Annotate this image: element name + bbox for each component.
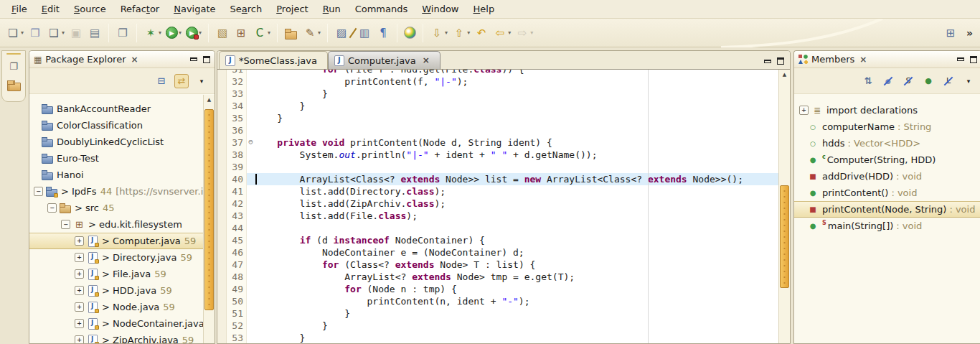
tree-item-hdd-java[interactable]: +> HDD.java59 [29,282,203,299]
code-line-35[interactable]: 35 } [217,112,778,124]
show-whitespace-button[interactable]: ¶ [374,23,392,43]
tree-item-ziparchiv-java[interactable]: +> ZipArchiv.java59 [29,332,203,343]
view-menu-button[interactable]: ▾ [961,74,976,88]
next-annotation-button[interactable]: ⇩▾ [428,23,449,43]
code-line-52[interactable]: 52 } [217,320,778,332]
maximize-view-button[interactable] [203,56,210,63]
package-explorer-scrollbar[interactable]: ▲ [203,95,215,343]
tree-item-doublylinkedcycliclist[interactable]: DoublyLinkedCyclicList [29,134,203,150]
menu-run[interactable]: Run [316,1,348,17]
menu-source[interactable]: Source [67,1,113,17]
menu-edit[interactable]: Edit [34,1,67,17]
collapse-minus-icon[interactable]: − [61,220,70,229]
code-line-32[interactable]: 32 printContent(f, "|-"); [217,75,778,88]
code-line-51[interactable]: 51 } [217,307,778,320]
member-item-printcontent[interactable]: ●printContent(): void [794,185,980,201]
tree-item-directory-java[interactable]: +> Directory.java59 [29,249,203,266]
collapse-all-button[interactable]: ⊟ [154,74,169,88]
expand-plus-icon[interactable]: + [75,302,84,312]
search-pencil-button[interactable]: ✎▾ [301,23,322,43]
show-selected-element-button[interactable]: ▨ [333,23,350,43]
member-item-hdds[interactable]: ○hdds: Vector<HDD> [794,135,980,152]
expand-plus-icon[interactable]: + [75,286,84,295]
tree-item-node-java[interactable]: +> Node.java59 [29,299,203,315]
new-class-button[interactable]: C▾ [251,23,272,43]
scroll-up-icon[interactable]: ▲ [779,70,790,80]
mark-occurrences-button[interactable] [352,23,354,43]
code-line-45[interactable]: 45 if (d instanceof NodeContainer) { [217,234,778,246]
link-with-editor-button[interactable]: ⇄ [174,74,189,88]
expand-plus-icon[interactable]: + [799,106,809,115]
code-line-53[interactable]: 53 } [217,332,778,343]
tree-item-edu-kit-filesystem[interactable]: −> edu.kit.filesystem [29,216,203,233]
code-line-38[interactable]: 38 System.out.println("|-" + ident + " "… [217,149,778,161]
menu-project[interactable]: Project [269,1,316,17]
code-line-46[interactable]: 46 NodeContainer e = (NodeContainer) d; [217,246,778,259]
tree-item-nodecontainer-java[interactable]: +> NodeContainer.java59 [29,315,203,332]
code-line-49[interactable]: 49 for (Node n : tmp) { [217,283,778,295]
editor-tab-someclass-java[interactable]: *SomeClass.java [219,51,328,69]
menu-commands[interactable]: Commands [348,1,415,17]
expand-plus-icon[interactable]: + [75,253,84,262]
run-external-tools-button[interactable]: ▶▾ [184,23,203,43]
scrollbar-thumb[interactable] [204,109,214,310]
tree-item-computer-java[interactable]: +> Computer.java59 [29,233,203,249]
code-line-48[interactable]: 48 ArrayList<? extends Node> tmp = e.get… [217,271,778,283]
menu-help[interactable]: Help [466,1,502,17]
code-line-43[interactable]: 43 list.add(File.class); [217,210,778,222]
expand-plus-icon[interactable]: + [75,269,84,279]
expand-plus-icon[interactable]: + [75,319,84,328]
member-item-computer-string-hdd[interactable]: ●cComputer(String, HDD) [794,152,980,168]
new-window-button[interactable]: ❒ [27,23,44,43]
member-item-main-string[interactable]: ●Smain(String[]): void [794,218,980,234]
code-line-44[interactable]: 44 [217,222,778,234]
editor-minimize-button[interactable] [764,60,771,63]
code-line-34[interactable]: 34 } [217,100,778,112]
toolbar-overflow-chevron[interactable]: » [966,27,973,39]
minimize-view-button[interactable] [957,57,964,61]
last-edit-location-button[interactable]: ↶ [473,23,490,43]
hide-static-members-button[interactable]: S [901,74,915,88]
tree-item-bankaccountreader[interactable]: BankAccountReader [29,101,203,117]
new-wizard-button[interactable]: ❏▾ [4,23,25,43]
debug-button[interactable]: ✶▾ [142,23,163,43]
open-folder-fastview-button[interactable] [6,78,21,92]
previous-annotation-button[interactable]: ⇧▾ [451,23,471,43]
restore-views-button[interactable]: ❐ [6,59,21,73]
back-button[interactable]: ⇦▾ [491,23,512,43]
maximize-view-button[interactable] [970,56,977,63]
code-line-50[interactable]: 50 printContent(n, ident + "-"); [217,295,778,307]
tree-item-src[interactable]: −> src45 [29,200,203,216]
editor-maximize-button[interactable] [777,57,784,65]
code-line-37[interactable]: 37⊖ private void printContent(Node d, St… [217,136,778,149]
menu-search[interactable]: Search [223,1,270,17]
import-wizard-button[interactable]: ▧ [214,23,231,43]
code-line-33[interactable]: 33 } [217,88,778,100]
scroll-up-icon[interactable]: ▲ [204,95,215,105]
hide-local-types-button[interactable]: L [941,74,956,88]
scrollbar-thumb[interactable] [780,185,789,288]
member-item-adddrive-hdd[interactable]: ■addDrive(HDD): void [794,168,980,185]
menu-navigate[interactable]: Navigate [166,1,222,17]
new-file-button[interactable]: ❑▾ [45,23,66,43]
collapse-minus-icon[interactable]: − [47,203,57,213]
code-line-42[interactable]: 42 list.add(ZipArchiv.class); [217,197,778,210]
fold-collapse-icon[interactable]: ⊖ [246,136,255,149]
member-item-printcontent-node-string[interactable]: ■printContent(Node, String): void [794,201,980,218]
expand-plus-icon[interactable]: + [75,335,84,343]
tree-item-hanoi[interactable]: Hanoi [29,167,203,183]
tree-item-euro-test[interactable]: Euro-Test [29,150,203,167]
hide-non-public-button[interactable]: ● [921,74,936,88]
member-item-import-declarations[interactable]: +≣import declarations [794,102,980,118]
copy-resource-button[interactable]: ❐ [114,23,131,43]
open-perspective-button[interactable]: ⊞ [942,23,959,43]
color-wheel-button[interactable] [402,23,418,43]
code-line-40[interactable]: 40 ArrayList<Class<? extends Node>> list… [217,173,778,185]
menu-refactor[interactable]: Refactor [113,1,167,17]
print-button[interactable]: ▤ [86,23,103,43]
menu-file[interactable]: File [4,1,34,17]
view-menu-button[interactable]: ▾ [194,74,209,88]
sort-members-button[interactable]: ⇅ [861,74,875,88]
expand-plus-icon[interactable]: + [75,236,84,246]
code-editor[interactable]: 31 for (File f : hdd.get(File.class)) {3… [217,70,790,343]
